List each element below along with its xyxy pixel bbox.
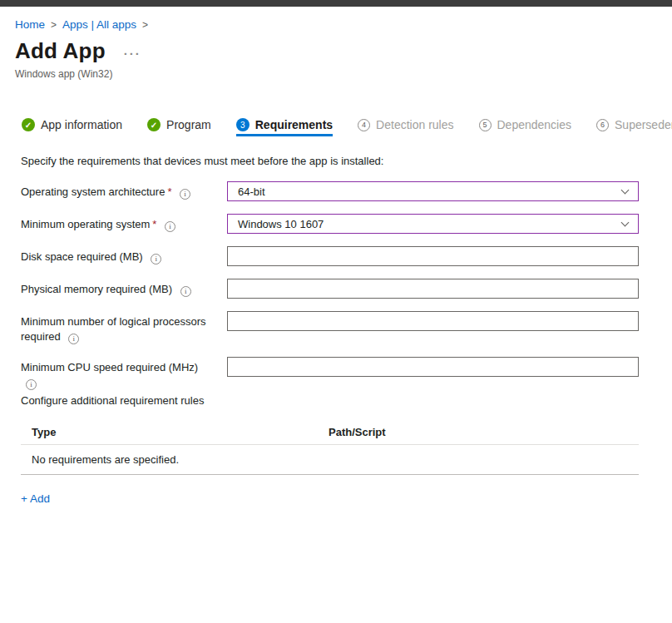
step-completed-check-icon: ✓	[147, 118, 161, 131]
wizard-steps: ✓ App information ✓ Program 3 Requiremen…	[22, 118, 672, 136]
page-header: Add App ···	[15, 38, 141, 64]
breadcrumb-link-all-apps[interactable]: Apps | All apps	[62, 18, 136, 31]
breadcrumb-separator-icon: >	[142, 19, 148, 31]
info-icon[interactable]: i	[165, 221, 175, 232]
field-label-text: Operating system architecture	[21, 185, 165, 198]
wizard-step-supersedence[interactable]: 6 Supersedence	[596, 118, 672, 136]
form-row-disk-space: Disk space required (MB) i	[21, 246, 639, 266]
breadcrumb-separator-icon: >	[51, 19, 57, 31]
step-label: Requirements	[255, 118, 333, 131]
minimum-os-dropdown[interactable]: Windows 10 1607	[227, 214, 639, 234]
field-label: Minimum number of logical processors req…	[21, 311, 227, 344]
dropdown-selected-value: Windows 10 1607	[238, 218, 324, 230]
dropdown-selected-value: 64-bit	[238, 185, 265, 198]
form-row-os-architecture: Operating system architecture* i 64-bit	[21, 181, 639, 201]
disk-space-input[interactable]	[227, 246, 639, 266]
field-label: Minimum operating system* i	[21, 214, 227, 232]
info-icon[interactable]: i	[180, 189, 190, 200]
table-header-path-script: Path/Script	[329, 426, 639, 438]
step-label: Dependencies	[497, 118, 572, 131]
step-label: Supersedence	[615, 118, 672, 131]
info-icon[interactable]: i	[68, 334, 79, 344]
wizard-step-detection-rules[interactable]: 4 Detection rules	[358, 118, 453, 136]
os-architecture-dropdown[interactable]: 64-bit	[227, 181, 639, 201]
step-number-badge: 4	[358, 119, 370, 131]
info-icon[interactable]: i	[180, 286, 191, 297]
field-label-text: Minimum number of logical processors req…	[21, 315, 206, 343]
wizard-step-app-information[interactable]: ✓ App information	[22, 118, 122, 136]
wizard-step-requirements[interactable]: 3 Requirements	[236, 118, 333, 136]
requirements-form: Operating system architecture* i 64-bit …	[21, 181, 639, 403]
field-label-text: Disk space required (MB)	[21, 250, 143, 263]
step-number-badge: 6	[596, 119, 609, 131]
field-label: Physical memory required (MB) i	[21, 279, 227, 297]
cpu-speed-input[interactable]	[227, 357, 639, 377]
breadcrumb-link-home[interactable]: Home	[15, 18, 45, 31]
logical-processors-input[interactable]	[227, 311, 639, 331]
additional-rules-heading: Configure additional requirement rules	[21, 394, 204, 407]
field-label-text: Physical memory required (MB)	[21, 283, 172, 295]
info-icon[interactable]: i	[151, 254, 161, 265]
form-row-minimum-os: Minimum operating system* i Windows 10 1…	[21, 214, 639, 234]
form-row-physical-memory: Physical memory required (MB) i	[21, 279, 639, 299]
requirements-intro-text: Specify the requirements that devices mu…	[21, 155, 383, 167]
required-asterisk: *	[167, 185, 171, 198]
info-icon[interactable]: i	[26, 379, 37, 390]
chevron-down-icon	[621, 185, 630, 194]
step-completed-check-icon: ✓	[22, 118, 35, 131]
page-subtitle: Windows app (Win32)	[15, 68, 112, 80]
required-asterisk: *	[152, 218, 156, 230]
step-label: App information	[41, 118, 122, 131]
browser-top-bar	[0, 0, 672, 7]
step-label: Detection rules	[376, 118, 453, 131]
step-number-badge: 5	[479, 119, 492, 131]
wizard-step-dependencies[interactable]: 5 Dependencies	[479, 118, 572, 136]
table-header-row: Type Path/Script	[21, 423, 639, 445]
physical-memory-input[interactable]	[227, 279, 639, 299]
form-row-cpu-speed: Minimum CPU speed required (MHz) i	[21, 357, 639, 390]
breadcrumb: Home > Apps | All apps >	[15, 18, 148, 31]
step-number-badge: 3	[236, 118, 250, 131]
table-empty-message: No requirements are specified.	[21, 445, 639, 475]
field-label: Operating system architecture* i	[21, 181, 227, 200]
requirement-rules-table: Type Path/Script No requirements are spe…	[21, 423, 639, 475]
field-label: Disk space required (MB) i	[21, 246, 227, 265]
more-options-ellipsis-icon[interactable]: ···	[124, 42, 141, 61]
page-title: Add App	[15, 38, 106, 64]
field-label-text: Minimum operating system	[21, 218, 150, 230]
step-label: Program	[166, 118, 211, 131]
field-label: Minimum CPU speed required (MHz) i	[21, 357, 227, 390]
field-label-text: Minimum CPU speed required (MHz)	[21, 361, 198, 373]
form-row-logical-processors: Minimum number of logical processors req…	[21, 311, 639, 344]
wizard-step-program[interactable]: ✓ Program	[147, 118, 211, 136]
add-requirement-link[interactable]: + Add	[21, 492, 50, 505]
table-header-type: Type	[32, 426, 329, 438]
chevron-down-icon	[621, 218, 630, 226]
